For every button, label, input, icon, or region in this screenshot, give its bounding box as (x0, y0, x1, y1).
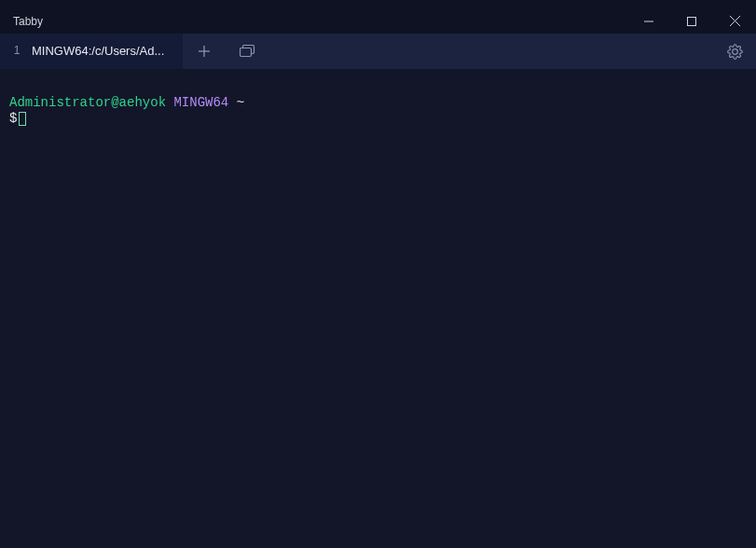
close-icon (730, 16, 740, 26)
tabbar: 1 MINGW64:/c/Users/Ad... (0, 34, 756, 69)
maximize-icon (687, 17, 696, 26)
prompt-line-1: Administrator@aehyok MINGW64 ~ (9, 95, 747, 111)
windows-icon (240, 45, 255, 58)
new-tab-button[interactable] (183, 34, 226, 69)
svg-rect-1 (688, 17, 696, 25)
windows-button[interactable] (226, 34, 268, 69)
tab-title: MINGW64:/c/Users/Ad... (32, 44, 172, 58)
prompt-path: ~ (237, 95, 244, 110)
window-controls (627, 8, 756, 34)
prompt-symbol: $ (9, 111, 17, 126)
tab-index: 1 (11, 44, 22, 57)
plus-icon (198, 45, 211, 58)
app-title: Tabby (13, 15, 43, 28)
gear-icon (727, 44, 743, 60)
prompt-user-host: Administrator@aehyok (9, 95, 166, 110)
tab-terminal-1[interactable]: 1 MINGW64:/c/Users/Ad... (0, 34, 183, 69)
cursor (19, 112, 26, 126)
prompt-shell: MINGW64 (173, 95, 228, 110)
minimize-button[interactable] (627, 8, 670, 34)
terminal-viewport[interactable]: Administrator@aehyok MINGW64 ~ $ (0, 69, 756, 136)
minimize-icon (644, 17, 653, 26)
close-button[interactable] (713, 8, 756, 34)
prompt-line-2: $ (9, 111, 747, 127)
svg-rect-7 (240, 48, 251, 57)
maximize-button[interactable] (670, 8, 713, 34)
titlebar: Tabby (0, 8, 756, 34)
settings-button[interactable] (713, 44, 756, 60)
